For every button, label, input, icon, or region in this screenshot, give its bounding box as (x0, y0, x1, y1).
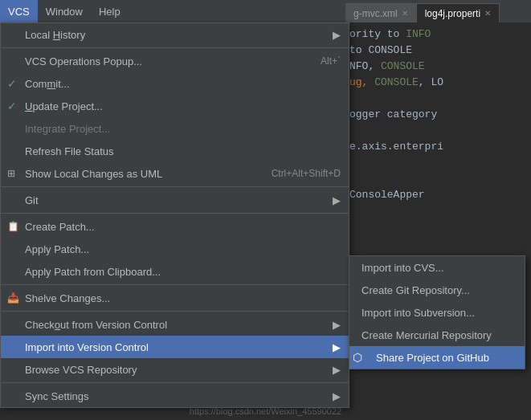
code-line-1: ority to INFO (349, 27, 527, 43)
menu-sync-settings[interactable]: Sync Settings ▶ (1, 385, 349, 407)
menu-checkout-vcs[interactable]: Checkout from Version Control ▶ (1, 313, 349, 336)
menu-refresh-label: Refresh File Status (25, 145, 114, 157)
separator-4 (1, 284, 349, 285)
menu-local-history-arrow: ▶ (333, 29, 341, 41)
separator-1 (1, 47, 349, 48)
menu-integrate-project: Integrate Project... (1, 117, 349, 140)
menu-shelve-changes[interactable]: 📥 Shelve Changes... (1, 287, 349, 309)
update-check-icon: ✓ (7, 100, 17, 112)
commit-check-icon: ✓ (7, 77, 17, 90)
tab-mvc-xml[interactable]: g-mvc.xml ✕ (345, 3, 417, 22)
menu-create-patch[interactable]: 📋 Create Patch... (1, 215, 349, 238)
code-line-9 (349, 155, 527, 171)
menu-sync-settings-arrow: ▶ (333, 390, 341, 402)
shelve-changes-icon: 📥 (7, 292, 19, 304)
code-line-2: to CONSOLE (349, 43, 527, 59)
menu-update-project[interactable]: ✓ Update Project... (1, 95, 349, 117)
menu-vcs-operations[interactable]: VCS Operations Popup... Alt+` (1, 50, 349, 72)
menu-git[interactable]: Git ▶ (1, 189, 349, 211)
code-line-6: ogger category (349, 107, 527, 123)
menu-commit[interactable]: ✓ Commit... (1, 72, 349, 95)
menu-browse-vcs[interactable]: Browse VCS Repository ▶ (1, 358, 349, 381)
github-icon: ⬡ (353, 351, 362, 364)
menu-shelve-changes-label: Shelve Changes... (25, 292, 110, 304)
submenu-import-cvs-label: Import into CVS... (361, 262, 444, 274)
menu-git-arrow: ▶ (333, 194, 341, 206)
menu-git-label: Git (25, 194, 39, 206)
separator-5 (1, 311, 349, 312)
import-submenu: Import into CVS... Create Git Repository… (349, 255, 525, 369)
menu-checkout-vcs-arrow: ▶ (333, 319, 341, 331)
menu-apply-patch-label: Apply Patch... (25, 243, 89, 255)
help-menu-trigger[interactable]: Help (91, 0, 129, 22)
vcs-menu-trigger[interactable]: VCS (0, 0, 38, 22)
separator-2 (1, 186, 349, 187)
window-menu-trigger[interactable]: Window (38, 0, 91, 22)
menu-update-label: Update Project... (25, 100, 103, 112)
menu-create-patch-label: Create Patch... (25, 221, 95, 233)
submenu-create-mercurial-repo[interactable]: Create Mercurial Repository (349, 324, 525, 346)
submenu-import-cvs[interactable]: Import into CVS... (349, 256, 525, 279)
menu-import-vcs-arrow: ▶ (333, 341, 341, 353)
show-local-changes-shortcut: Ctrl+Alt+Shift+D (272, 168, 341, 179)
menu-local-history-label: Local History (25, 29, 85, 41)
code-line-3: NFO, CONSOLE (349, 59, 527, 75)
submenu-share-github-label: Share Project on GitHub (361, 352, 489, 364)
submenu-create-git-repo-label: Create Git Repository... (361, 284, 470, 296)
tab-log4j-label: log4j.properti (425, 8, 480, 19)
code-line-10 (349, 171, 527, 187)
menu-apply-patch-clipboard-label: Apply Patch from Clipboard... (25, 266, 161, 278)
submenu-import-subversion[interactable]: Import into Subversion... (349, 301, 525, 324)
menu-integrate-label: Integrate Project... (25, 123, 110, 135)
tab-mvc-xml-label: g-mvc.xml (353, 8, 398, 19)
tab-log4j[interactable]: log4j.properti ✕ (417, 3, 500, 22)
code-line-8: e.axis.enterpri (349, 139, 527, 155)
menu-refresh-file-status[interactable]: Refresh File Status (1, 140, 349, 162)
submenu-share-github[interactable]: ⬡ Share Project on GitHub (349, 346, 525, 369)
code-line-7 (349, 123, 527, 139)
submenu-import-subversion-label: Import into Subversion... (361, 307, 475, 319)
show-local-changes-icon: ⊞ (7, 168, 15, 179)
menu-import-vcs[interactable]: Import into Version Control ▶ (1, 336, 349, 358)
submenu-create-git-repo[interactable]: Create Git Repository... (349, 279, 525, 301)
menu-vcs-operations-label: VCS Operations Popup... (25, 55, 142, 67)
menu-import-vcs-label: Import into Version Control (25, 341, 149, 353)
menu-browse-vcs-arrow: ▶ (333, 364, 341, 376)
code-line-4: ug, CONSOLE, LO (349, 75, 527, 91)
vcs-dropdown: Local History ▶ VCS Operations Popup... … (0, 22, 349, 408)
menu-show-local-changes-label: Show Local Changes as UML (25, 168, 162, 180)
submenu-create-mercurial-repo-label: Create Mercurial Repository (361, 329, 492, 341)
code-line-5 (349, 91, 527, 107)
menu-apply-patch[interactable]: Apply Patch... (1, 238, 349, 260)
menu-sync-settings-label: Sync Settings (25, 390, 89, 402)
menu-show-local-changes[interactable]: ⊞ Show Local Changes as UML Ctrl+Alt+Shi… (1, 162, 349, 185)
menu-commit-label: Commit... (25, 78, 70, 90)
code-line-11: ConsoleApper (349, 187, 527, 203)
menu-local-history[interactable]: Local History ▶ (1, 23, 349, 46)
create-patch-icon: 📋 (7, 221, 19, 232)
menu-vcs-operations-shortcut: Alt+` (321, 55, 341, 67)
tab-mvc-xml-close[interactable]: ✕ (402, 9, 408, 18)
menu-apply-patch-clipboard[interactable]: Apply Patch from Clipboard... (1, 260, 349, 283)
separator-6 (1, 382, 349, 383)
separator-3 (1, 213, 349, 214)
menubar: VCS Window Help (0, 0, 345, 22)
tab-log4j-close[interactable]: ✕ (484, 9, 491, 18)
menu-browse-vcs-label: Browse VCS Repository (25, 364, 137, 376)
menu-checkout-vcs-label: Checkout from Version Control (25, 319, 167, 331)
